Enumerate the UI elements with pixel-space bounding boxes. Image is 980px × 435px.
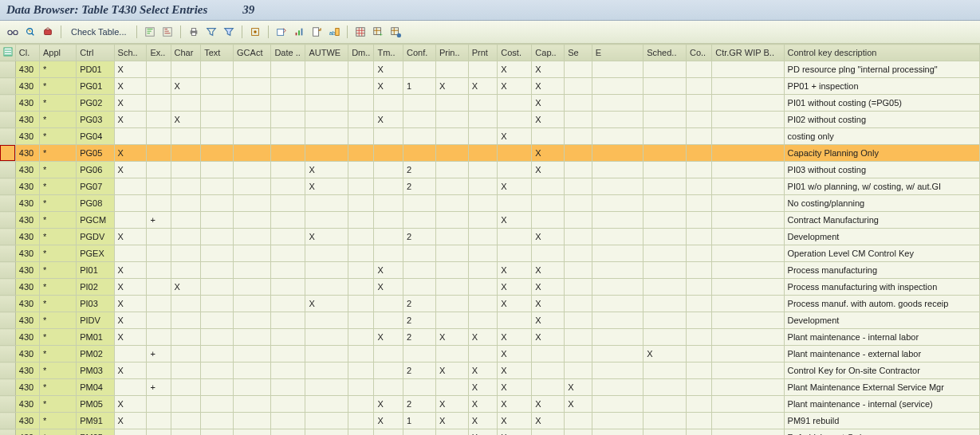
row-selector[interactable] [0, 162, 15, 178]
row-selector[interactable] [0, 145, 15, 162]
sort-desc-icon[interactable] [159, 24, 175, 40]
row-selector[interactable] [0, 346, 15, 362]
column-header[interactable]: Se [565, 45, 592, 61]
cell-cap: X [532, 112, 565, 128]
table-row[interactable]: 430*PG08No costing/planning [0, 195, 980, 212]
row-selector[interactable] [0, 362, 15, 379]
column-header[interactable]: Date .. [271, 45, 305, 61]
row-selector[interactable] [0, 212, 15, 229]
table-row[interactable]: 430*PGEXOperation Level CM Control Key [0, 245, 980, 262]
table-row[interactable]: 430*PG01XXX1XXXXPP01 + inspection [0, 78, 980, 95]
row-selector[interactable] [0, 379, 15, 396]
table-row[interactable]: 430*PG02XXPI01 without costing (=PG05) [0, 95, 980, 112]
table-row[interactable]: 430*PM04+XXXPlant Maintenance External S… [0, 379, 980, 396]
column-header[interactable]: Tm.. [374, 45, 403, 61]
column-header[interactable]: Co.. [686, 45, 711, 61]
cell-autwe [305, 212, 348, 229]
table-row[interactable]: 430*PGCM+XContract Manufacturing [0, 212, 980, 229]
row-selector[interactable] [0, 262, 15, 279]
sort-asc-icon[interactable] [142, 24, 158, 40]
export-table-icon[interactable] [274, 24, 289, 40]
table-row[interactable]: 430*PIDVX2XDevelopment [0, 312, 980, 329]
table-row[interactable]: 430*PG07X2XPI01 w/o planning, w/ costing… [0, 178, 980, 195]
cell-dm [348, 212, 374, 229]
row-selector[interactable] [0, 429, 15, 436]
row-selector[interactable] [0, 296, 15, 312]
table-row[interactable]: 430*PM91XX1XXXXPM91 rebuild [0, 413, 980, 429]
column-header[interactable]: Conf. [403, 45, 436, 61]
table-row[interactable]: 430*PM05XX2XXXXXPlant maintenance - inte… [0, 396, 980, 413]
table-row[interactable]: 430*PI02XXXXXProcess manufacturing with … [0, 279, 980, 296]
cell-sch: X [114, 95, 147, 112]
row-selector[interactable] [0, 128, 15, 145]
table-row[interactable]: 430*PG04Xcosting only [0, 128, 980, 145]
sheet-export-icon[interactable] [309, 24, 325, 40]
row-selector[interactable] [0, 396, 15, 413]
row-selector[interactable] [0, 195, 15, 212]
row-selector[interactable] [0, 178, 15, 195]
select-all-icon[interactable] [0, 45, 15, 61]
table-row[interactable]: 430*PD01XXXXPD resource plng "internal p… [0, 61, 980, 78]
cell-prin [435, 279, 468, 296]
column-header[interactable]: Char [171, 45, 201, 61]
abc-icon[interactable]: ab [326, 24, 342, 40]
table-row[interactable]: 430*PI03XX2XXProcess manuf. with autom. … [0, 296, 980, 312]
column-header[interactable]: Sched.. [643, 45, 687, 61]
column-header[interactable]: Sch.. [114, 45, 147, 61]
column-header[interactable]: GCAct [234, 45, 271, 61]
glasses-icon[interactable] [5, 24, 21, 40]
column-header-row[interactable]: Cl.ApplCtrlSch..Ex..CharTextGCActDate ..… [0, 45, 980, 61]
data-grid[interactable]: Cl.ApplCtrlSch..Ex..CharTextGCActDate ..… [0, 44, 980, 435]
row-selector[interactable] [0, 61, 15, 78]
row-selector[interactable] [0, 413, 15, 429]
hand-stop-icon[interactable] [40, 24, 56, 40]
column-header[interactable]: Control key description [784, 45, 979, 61]
table-row[interactable]: 430*PG06XX2XPI03 without costing [0, 162, 980, 178]
table-row[interactable]: 430*PI01XXXXProcess manufacturing [0, 262, 980, 279]
table-row[interactable]: 430*PM03X2XXXControl Key for On-site Con… [0, 362, 980, 379]
cell-autwe [305, 128, 348, 145]
row-selector[interactable] [0, 329, 15, 346]
magnify-refresh-icon[interactable] [22, 24, 38, 40]
toolbar-separator [347, 25, 348, 38]
row-selector[interactable] [0, 245, 15, 262]
cell-gcact [234, 128, 271, 145]
chart-icon[interactable] [291, 24, 307, 40]
filter-icon[interactable] [203, 24, 219, 40]
column-header[interactable]: E [592, 45, 643, 61]
column-header[interactable]: Text [201, 45, 234, 61]
row-selector[interactable] [0, 95, 15, 112]
grid-info-icon[interactable] [388, 24, 403, 40]
column-header[interactable]: Prin.. [435, 45, 468, 61]
cell-tm [374, 429, 403, 436]
column-header[interactable]: Cost. [498, 45, 532, 61]
filter-set-icon[interactable] [221, 24, 237, 40]
table-row[interactable]: 430*PG05XXCapacity Planning Only [0, 145, 980, 162]
cell-cl: 430 [15, 212, 39, 229]
row-selector[interactable] [0, 279, 15, 296]
table-row[interactable]: 430*PGDVXX2XDevelopment [0, 229, 980, 245]
column-header[interactable]: Ctr.GR WIP B.. [712, 45, 784, 61]
table-row[interactable]: 430*PM01XX2XXXXPlant maintenance - inter… [0, 329, 980, 346]
settings-icon[interactable] [247, 24, 263, 40]
grid-icon[interactable] [352, 24, 368, 40]
column-header[interactable]: Appl [39, 45, 76, 61]
check-table-button[interactable]: Check Table... [66, 27, 132, 37]
column-header[interactable]: Cl. [15, 45, 39, 61]
row-selector[interactable] [0, 229, 15, 245]
cell-char [171, 396, 201, 413]
table-row[interactable]: 430*PM95XXRefurbishment Order [0, 429, 980, 436]
grid-add-icon[interactable]: + [370, 24, 386, 40]
row-selector[interactable] [0, 78, 15, 95]
column-header[interactable]: Ex.. [147, 45, 171, 61]
column-header[interactable]: Cap.. [532, 45, 565, 61]
column-header[interactable]: AUTWE [305, 45, 348, 61]
table-row[interactable]: 430*PG03XXXXPI02 without costing [0, 112, 980, 128]
column-header[interactable]: Ctrl [77, 45, 114, 61]
column-header[interactable]: Dm.. [348, 45, 374, 61]
column-header[interactable]: Prnt [468, 45, 498, 61]
print-icon[interactable] [186, 24, 202, 40]
row-selector[interactable] [0, 112, 15, 128]
table-row[interactable]: 430*PM02+XXPlant maintenance - external … [0, 346, 980, 362]
row-selector[interactable] [0, 312, 15, 329]
